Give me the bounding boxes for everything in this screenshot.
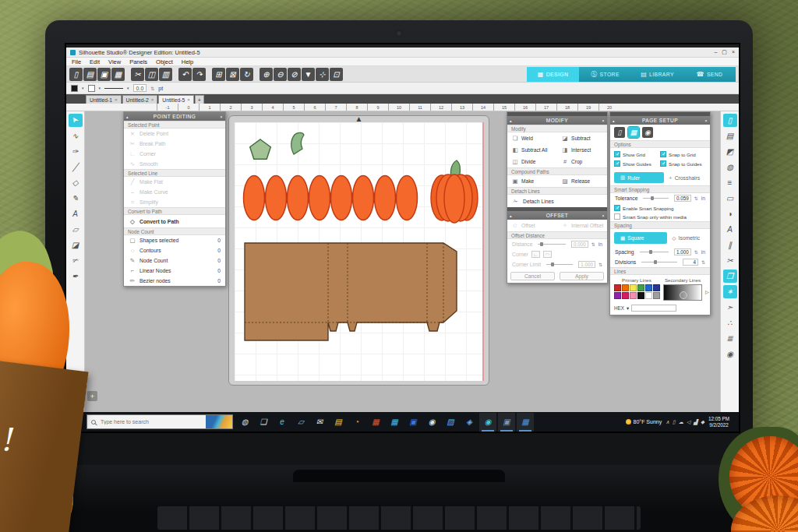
close-tab-icon[interactable]: × — [187, 97, 190, 102]
mail-icon[interactable]: ✉ — [311, 413, 328, 432]
hex-caret-icon[interactable]: ▾ — [627, 305, 629, 311]
doc-tab-untitled-2[interactable]: Untitled-2× — [122, 95, 158, 104]
network-icon[interactable]: ▟ — [694, 419, 697, 425]
cancel-button[interactable]: Cancel — [510, 272, 555, 280]
cloud-icon[interactable]: ☁ — [679, 419, 684, 425]
app-icon[interactable]: ◈ — [461, 413, 478, 432]
modify-action-button[interactable]: ◨ Intersect — [557, 144, 607, 156]
line-color-dropdown[interactable] — [71, 85, 78, 92]
doc-tab-untitled-1[interactable]: Untitled-1× — [86, 95, 122, 104]
polygon-tool-icon[interactable]: ◇ — [69, 176, 83, 189]
search-input[interactable] — [99, 418, 185, 425]
add-page-button[interactable]: + — [87, 391, 97, 401]
line-weight-input[interactable]: 0.0 — [133, 84, 147, 92]
menu-object[interactable]: Object — [156, 58, 173, 65]
page-setup-panel-icon[interactable]: ▯ — [723, 114, 737, 127]
battery-icon[interactable]: ▯ — [673, 419, 676, 425]
menu-panels[interactable]: Panels — [129, 58, 147, 65]
line-tool-icon[interactable]: ╱ — [69, 160, 83, 174]
select-tool-icon[interactable]: ➤ — [69, 114, 83, 127]
shield-icon[interactable]: ◆ — [701, 419, 704, 425]
line-style-dropdown[interactable] — [104, 88, 123, 89]
point-editing-action[interactable]: ≈ Simplify — [124, 197, 225, 207]
offset-panel-header[interactable]: ▴ OFFSET × — [507, 211, 607, 220]
menu-help[interactable]: Help — [182, 58, 193, 65]
close-panel-icon[interactable]: × — [602, 213, 605, 218]
menu-edit[interactable]: Edit — [90, 58, 100, 65]
page-settings-tab-icon[interactable]: ▯ — [614, 127, 625, 138]
minimize-button[interactable]: – — [714, 49, 717, 55]
pan-icon[interactable]: ⊹ — [316, 68, 329, 81]
zoom-selection-icon[interactable]: ⊘ — [288, 68, 301, 81]
eraser-tool-icon[interactable]: ◪ — [69, 238, 83, 252]
isometric-grid-button[interactable]: ◇ Isometric — [672, 235, 706, 241]
line-color-swatch[interactable] — [637, 292, 644, 299]
transform-panel-icon[interactable]: ✂ — [723, 254, 737, 267]
folder-icon[interactable]: ▱ — [292, 413, 309, 432]
point-editing-action[interactable]: ∿ Smooth — [124, 159, 225, 169]
select-all-icon[interactable]: ⊞ — [212, 68, 225, 81]
new-document-tab-button[interactable]: + — [195, 95, 204, 104]
send-panel-icon[interactable]: ➣ — [723, 301, 737, 314]
fit-page-icon[interactable]: ⊡ — [330, 68, 343, 81]
maximize-button[interactable]: ▢ — [722, 49, 727, 55]
line-style-panel-icon[interactable]: ▭ — [723, 192, 737, 205]
round-corner-button[interactable]: ◠ — [543, 251, 552, 258]
fill-panel-icon[interactable]: ≡ — [723, 176, 737, 189]
line-color-swatch[interactable] — [622, 284, 629, 291]
point-editing-action[interactable]: ✂ Break Path — [124, 139, 225, 149]
eyedropper-tool-icon[interactable]: ✒ — [69, 270, 83, 283]
point-editing-action[interactable]: ∟ Corner — [124, 149, 225, 159]
point-editing-action[interactable]: ╱ Make Flat — [124, 177, 225, 187]
chevron-up-icon[interactable]: ∧ — [666, 419, 669, 425]
registration-marks-tab-icon[interactable]: ◉ — [642, 127, 653, 138]
ruler-toggle-button[interactable]: ▥ Ruler — [614, 172, 664, 183]
open-file-icon[interactable]: ▤ — [83, 68, 97, 81]
app-icon[interactable]: ▣ — [498, 413, 515, 432]
corner-limit-stepper[interactable]: ⇅ — [598, 262, 602, 267]
line-color-swatch[interactable] — [653, 284, 660, 291]
volume-icon[interactable]: ◁ — [687, 419, 690, 425]
design-page[interactable] — [235, 122, 484, 381]
smart-snap-checkbox[interactable]: Enable Smart Snapping — [614, 205, 706, 211]
point-editing-panel-header[interactable]: ▴ POINT EDITING × — [124, 112, 225, 121]
canvas-area[interactable]: ▲ — [85, 111, 720, 412]
page-setup-panel-header[interactable]: ▴ PAGE SETUP × — [610, 116, 710, 125]
layers-panel-icon[interactable]: ≣ — [723, 332, 737, 345]
collapse-panel-icon[interactable]: ▴ — [126, 115, 129, 119]
shade-panel-icon[interactable]: ◑ — [723, 207, 737, 220]
spacing-value[interactable]: 1.000 — [674, 248, 691, 255]
firefox-icon[interactable]: ◔ — [348, 413, 365, 432]
line-color-swatch[interactable] — [614, 292, 621, 299]
pentagon-shape[interactable] — [250, 139, 271, 159]
collapse-panel-icon[interactable]: ▴ — [510, 118, 512, 123]
secondary-lines-gradient-picker[interactable] — [663, 284, 702, 301]
edge-icon[interactable]: e — [274, 413, 291, 432]
save-icon[interactable]: ▣ — [97, 68, 111, 81]
line-color-swatch[interactable] — [630, 284, 637, 291]
close-panel-icon[interactable]: × — [602, 118, 605, 123]
zoom-out-icon[interactable]: ⊖ — [274, 68, 287, 81]
excel-icon[interactable]: ▦ — [386, 413, 403, 432]
image-effects-panel-icon[interactable]: ◩ — [723, 145, 737, 158]
line-weight-stepper[interactable]: ⇅ — [150, 86, 154, 91]
zoom-drag-icon[interactable]: ▼ — [302, 68, 315, 81]
compound-path-button[interactable]: ▨ Release — [557, 175, 607, 187]
convert-to-path-button[interactable]: ◇ Convert to Path — [124, 215, 225, 227]
apply-button[interactable]: Apply — [560, 272, 604, 280]
hex-value-input[interactable] — [631, 305, 676, 312]
modify-panel-header[interactable]: ▴ MODIFY × — [507, 116, 607, 125]
trace-panel-icon[interactable]: ◍ — [723, 160, 737, 174]
close-panel-icon[interactable]: × — [705, 118, 708, 123]
office-icon[interactable]: ▦ — [367, 413, 384, 432]
align-panel-icon[interactable]: ∥ — [723, 238, 737, 252]
text-tool-icon[interactable]: A — [69, 207, 83, 220]
print-icon[interactable]: ▦ — [111, 68, 125, 81]
new-file-icon[interactable]: ▯ — [69, 68, 83, 81]
line-color-swatch[interactable] — [645, 284, 652, 291]
crosshairs-toggle[interactable]: + Crosshairs — [669, 174, 706, 181]
detach-lines-button[interactable]: ✁ Detach Lines — [507, 195, 607, 207]
task-view-icon[interactable]: ❏ — [255, 413, 272, 432]
modify-panel-icon[interactable]: ❒ — [723, 270, 737, 283]
copy-icon[interactable]: ◫ — [145, 68, 158, 81]
